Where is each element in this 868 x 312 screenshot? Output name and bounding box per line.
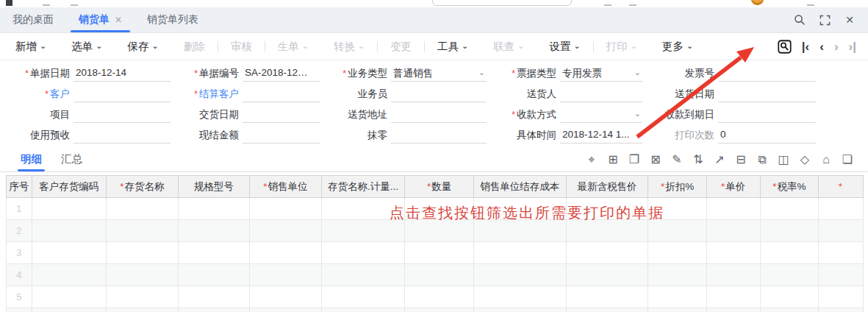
location-icon[interactable]: ⌖ xyxy=(584,152,599,167)
warehouse-icon[interactable]: ⌂ xyxy=(819,152,833,167)
tab-my-desktop[interactable]: 我的桌面 xyxy=(0,7,66,32)
cart-icon[interactable]: ⇅ xyxy=(691,152,706,167)
grid-cell[interactable] xyxy=(321,220,405,242)
tab-sales-order-list[interactable]: 销货单列表 xyxy=(134,7,211,32)
grid-cell[interactable] xyxy=(473,264,566,286)
insert-row-icon[interactable]: ⊞ xyxy=(606,152,620,167)
bill-no-input[interactable]: SA-2018-12-0004 xyxy=(243,65,320,82)
grid-cell[interactable] xyxy=(321,308,405,312)
grid-cell[interactable] xyxy=(405,242,473,264)
grid-cell[interactable] xyxy=(566,264,648,286)
grid-cell[interactable] xyxy=(32,198,107,220)
grid-cell[interactable] xyxy=(405,308,473,312)
grid-cell[interactable] xyxy=(321,264,405,286)
chevron-down-icon[interactable]: ⌄ xyxy=(634,68,641,77)
add-new-button[interactable]: 新增⌄ xyxy=(3,40,59,54)
exact-time-input[interactable]: 2018-12-14 1... xyxy=(560,127,642,143)
grid-cell[interactable] xyxy=(405,220,473,242)
customer-input[interactable] xyxy=(73,86,171,102)
grid-cell[interactable] xyxy=(178,308,250,312)
grid-cell[interactable] xyxy=(405,286,473,308)
grid-cell[interactable] xyxy=(706,220,760,242)
grid-cell[interactable] xyxy=(32,264,107,286)
grid-cell[interactable] xyxy=(648,264,706,286)
invoice-type-input[interactable]: 专用发票⌄ xyxy=(560,65,642,82)
grid-cell[interactable] xyxy=(819,286,864,308)
project-input[interactable] xyxy=(73,107,171,123)
prev-record-icon[interactable]: ‹ xyxy=(819,40,824,53)
deliverer-input[interactable] xyxy=(560,86,642,102)
grid-cell[interactable] xyxy=(706,198,760,220)
grid-cell[interactable] xyxy=(32,242,107,264)
grid-cell[interactable] xyxy=(107,220,179,242)
grid-cell[interactable] xyxy=(648,286,706,308)
due-delivery-date-input[interactable] xyxy=(243,107,320,123)
grid-cell[interactable] xyxy=(32,308,107,312)
trend-chart-icon[interactable]: ↗ xyxy=(712,152,727,167)
grid-cell[interactable] xyxy=(760,308,818,312)
grid-cell[interactable] xyxy=(250,198,322,220)
grid-cell[interactable] xyxy=(321,286,405,308)
grid-cell[interactable] xyxy=(706,264,760,286)
detail-tab-summary[interactable]: 汇总 xyxy=(61,147,82,171)
grid-cell[interactable] xyxy=(32,220,107,242)
grid-cell[interactable] xyxy=(566,308,648,312)
layout-icon[interactable]: ⊟ xyxy=(734,152,748,167)
titlebar-search-box-partial[interactable] xyxy=(432,0,572,6)
detail-tab-detail[interactable]: 明细 xyxy=(21,147,42,171)
fullscreen-icon[interactable] xyxy=(812,7,837,32)
tag-icon[interactable]: ◇ xyxy=(797,152,812,167)
grid-cell[interactable] xyxy=(706,286,760,308)
grid-cell[interactable] xyxy=(760,264,818,286)
custom-column-icon[interactable]: ◫ xyxy=(776,152,791,167)
settle-customer-input[interactable] xyxy=(243,86,320,102)
salesman-input[interactable] xyxy=(391,86,487,102)
grid-cell[interactable] xyxy=(405,264,473,286)
advance-received-input[interactable] xyxy=(73,127,171,143)
chevron-down-icon[interactable]: ⌄ xyxy=(634,109,641,118)
settings-button[interactable]: 设置⌄ xyxy=(537,40,593,54)
grid-cell[interactable] xyxy=(178,264,250,286)
grid-cell[interactable] xyxy=(107,308,179,312)
invoice-no-input[interactable] xyxy=(718,65,816,82)
grid-cell[interactable] xyxy=(706,308,760,312)
user-avatar-partial[interactable] xyxy=(751,0,764,5)
delivery-address-input[interactable] xyxy=(391,107,487,123)
grid-cell[interactable] xyxy=(566,286,648,308)
grid-cell[interactable] xyxy=(566,242,648,264)
close-icon[interactable]: ✕ xyxy=(837,7,862,32)
grid-cell[interactable] xyxy=(760,220,818,242)
expand-icon[interactable]: ❏ xyxy=(840,152,855,167)
cash-amount-input[interactable] xyxy=(243,127,320,143)
tab-sales-order[interactable]: 销货单✕ xyxy=(66,7,134,32)
grid-cell[interactable] xyxy=(648,220,706,242)
grid-cell[interactable] xyxy=(107,242,179,264)
grid-cell[interactable] xyxy=(250,308,322,312)
grid-cell[interactable] xyxy=(819,198,864,220)
chevron-down-icon[interactable]: ⌄ xyxy=(478,68,485,77)
grid-cell[interactable] xyxy=(819,264,864,286)
grid-cell[interactable] xyxy=(250,264,322,286)
search-icon[interactable] xyxy=(787,7,812,32)
tools-button[interactable]: 工具⌄ xyxy=(425,40,481,54)
save-button[interactable]: 保存⌄ xyxy=(115,40,171,54)
grid-cell[interactable] xyxy=(648,242,706,264)
grid-cell[interactable] xyxy=(321,242,405,264)
payment-method-input[interactable]: ⌄ xyxy=(560,107,642,123)
export-icon[interactable]: ⧉ xyxy=(755,152,770,167)
rounding-input[interactable] xyxy=(391,127,487,143)
copy-icon[interactable]: ❐ xyxy=(627,152,642,167)
grid-cell[interactable] xyxy=(32,286,107,308)
grid-cell[interactable] xyxy=(566,220,648,242)
grid-cell[interactable] xyxy=(648,308,706,312)
grid-cell[interactable] xyxy=(819,242,864,264)
grid-cell[interactable] xyxy=(178,242,250,264)
grid-cell[interactable] xyxy=(473,220,566,242)
grid-cell[interactable] xyxy=(178,220,250,242)
settle-customer-label[interactable]: *结算客户 xyxy=(171,88,243,101)
grid-cell[interactable] xyxy=(760,286,818,308)
grid-cell[interactable] xyxy=(107,198,179,220)
grid-cell[interactable] xyxy=(760,198,818,220)
business-type-input[interactable]: 普通销售⌄ xyxy=(391,65,487,82)
grid-cell[interactable] xyxy=(107,286,179,308)
